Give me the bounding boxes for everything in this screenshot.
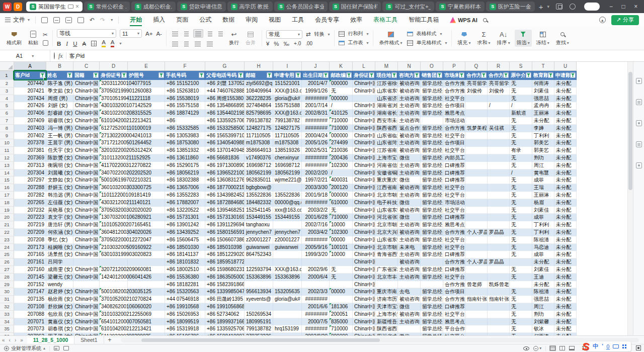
cell[interactable] bbox=[510, 258, 532, 266]
filter-button[interactable] bbox=[526, 72, 531, 78]
cell[interactable]: 000000 bbox=[330, 192, 353, 199]
cell[interactable]: guiwanwei bbox=[245, 244, 273, 251]
cell[interactable]: 无 bbox=[510, 95, 532, 103]
cell[interactable]: +86 15152100 bbox=[165, 80, 205, 87]
cell[interactable]: 李婵 bbox=[532, 125, 554, 132]
cell[interactable]: 陈祖清 bbox=[532, 236, 554, 244]
punctuation-icon[interactable]: ’ bbox=[602, 343, 603, 349]
column-header-H[interactable]: H bbox=[245, 62, 273, 71]
cell[interactable]: wendy bbox=[46, 281, 73, 289]
cell[interactable]: +86 1354402198 bbox=[205, 110, 245, 117]
copy-icon[interactable] bbox=[43, 40, 48, 46]
cell[interactable]: 130703200106280921 bbox=[100, 214, 128, 221]
task-pane-icon[interactable] bbox=[636, 99, 642, 105]
cell[interactable]: +86 1872884680 bbox=[205, 199, 245, 207]
row-header-14[interactable]: 14 bbox=[0, 169, 14, 177]
header-cell[interactable]: 出生日期 bbox=[302, 71, 330, 80]
cell[interactable]: xyevents@ bbox=[245, 296, 273, 303]
cell[interactable]: 留学总经办 bbox=[421, 147, 443, 154]
cell[interactable]: 陈歆赟 (女) bbox=[46, 154, 73, 162]
cell[interactable]: 无 bbox=[510, 266, 532, 274]
cell[interactable]: 153363896 bbox=[245, 274, 273, 281]
cell[interactable]: China中国 bbox=[353, 207, 375, 214]
decrease-font-icon[interactable]: A- bbox=[156, 31, 162, 37]
cell[interactable]: 2002/8/31 bbox=[302, 110, 330, 117]
chart-helper-icon[interactable] bbox=[636, 141, 642, 147]
cell[interactable]: 新疆维吾尔 bbox=[375, 318, 398, 326]
cell[interactable]: 留学总经办 bbox=[421, 154, 443, 162]
filter-button[interactable] bbox=[199, 72, 204, 78]
cell[interactable]: 山东省菏泽 bbox=[375, 139, 398, 147]
cell[interactable] bbox=[273, 311, 302, 318]
cell[interactable]: 180995191 bbox=[245, 318, 273, 326]
cell[interactable]: 北京市朝阳 bbox=[375, 244, 398, 251]
sort-button[interactable]: A↓ 排序▾ bbox=[495, 30, 512, 47]
cell[interactable] bbox=[510, 281, 532, 289]
cell[interactable]: 主动咨询 bbox=[398, 251, 421, 258]
cell[interactable]: +86 13851932 bbox=[165, 147, 205, 154]
cell[interactable]: +86 1971300890 bbox=[205, 162, 245, 169]
cell[interactable]: 未分配 bbox=[554, 154, 577, 162]
cell[interactable]: z20001227 bbox=[273, 236, 302, 244]
cell[interactable]: +86 1508419907 bbox=[205, 333, 245, 335]
cell[interactable]: China中国 bbox=[73, 251, 100, 258]
cell[interactable]: +86 56681836 bbox=[205, 154, 245, 162]
menu-tab-开始[interactable]: 开始 bbox=[124, 13, 147, 27]
menu-tab-智能工具箱[interactable]: 智能工具箱 bbox=[403, 13, 444, 27]
cell[interactable]: 430102200208315525 bbox=[100, 110, 128, 117]
cell[interactable]: 207145 bbox=[14, 274, 46, 281]
cell[interactable]: 周煜 (男) bbox=[46, 95, 73, 103]
cell[interactable]: 无 bbox=[510, 229, 532, 236]
cell[interactable]: 合作方推荐 bbox=[443, 80, 465, 87]
currency-icon[interactable]: ¥ bbox=[266, 41, 269, 47]
decrease-indent-icon[interactable] bbox=[206, 30, 214, 37]
cell[interactable]: 207426 bbox=[14, 102, 46, 110]
cell[interactable]: 207297 bbox=[14, 177, 46, 184]
cell[interactable]: 2005/9/16 bbox=[302, 244, 330, 251]
cell[interactable]: China中国 bbox=[73, 80, 100, 87]
cell[interactable]: 无 bbox=[510, 288, 532, 296]
cell[interactable]: 430321200211140121 bbox=[100, 199, 128, 207]
cell[interactable]: 江苏省南京 bbox=[375, 147, 398, 154]
cell[interactable] bbox=[100, 258, 128, 266]
cell[interactable]: 罗晶晶 bbox=[488, 229, 510, 236]
cell[interactable]: 无 bbox=[510, 296, 532, 303]
file-tab[interactable]: S国任财产保险样本.x bbox=[329, 2, 381, 12]
cell[interactable]: 135522836 bbox=[245, 192, 273, 199]
docer-logo-icon[interactable]: D bbox=[14, 3, 22, 11]
outline-icon[interactable] bbox=[63, 346, 69, 350]
cell[interactable]: 207265 bbox=[14, 199, 46, 207]
cell[interactable]: +44 7460762888 bbox=[205, 87, 245, 95]
row-header-22[interactable]: 22 bbox=[0, 229, 14, 236]
cell[interactable]: +86 田晟岭1395 bbox=[205, 296, 245, 303]
cell[interactable]: 110105200207165451 bbox=[100, 221, 128, 229]
cell[interactable]: China中国 bbox=[353, 281, 375, 289]
filter-button[interactable] bbox=[503, 72, 509, 78]
cell[interactable]: 刘妍 (女) bbox=[46, 102, 73, 110]
plugin-button[interactable]: 业财管理系统 ▴ bbox=[4, 345, 45, 352]
cell[interactable] bbox=[488, 311, 510, 318]
cell[interactable]: 274499 bbox=[330, 139, 353, 147]
align-bottom-icon[interactable] bbox=[193, 29, 203, 38]
cell[interactable]: 210036 bbox=[330, 147, 353, 154]
cell[interactable]: 市场活动,市 bbox=[443, 117, 465, 125]
header-cell[interactable]: 原中介机构 bbox=[510, 71, 532, 80]
cell[interactable]: +86 18182281 bbox=[165, 281, 205, 289]
cell[interactable]: China中国 bbox=[73, 125, 100, 132]
row-header-25[interactable]: 25 bbox=[0, 251, 14, 258]
cell[interactable]: 153205635 bbox=[273, 288, 302, 296]
cell[interactable]: 筑梦美程 bbox=[465, 125, 488, 132]
cell[interactable]: 未来电 bbox=[398, 244, 421, 251]
cell[interactable]: 留学总经办 bbox=[421, 311, 443, 318]
cell[interactable]: 271302200004241013 bbox=[100, 132, 128, 140]
cell[interactable]: 200120 bbox=[330, 184, 353, 192]
close-button[interactable]: × bbox=[630, 3, 641, 10]
cell[interactable]: 未分配 bbox=[554, 207, 577, 214]
cell[interactable]: 杨欣雨 (女) bbox=[46, 296, 73, 303]
cell[interactable] bbox=[488, 162, 510, 169]
cell[interactable]: 710000 bbox=[330, 214, 353, 221]
cell[interactable]: 汤景然 (女) bbox=[46, 251, 73, 258]
header-cell[interactable]: 姓名 bbox=[46, 71, 73, 80]
cell[interactable] bbox=[465, 214, 488, 221]
cell[interactable] bbox=[465, 154, 488, 162]
